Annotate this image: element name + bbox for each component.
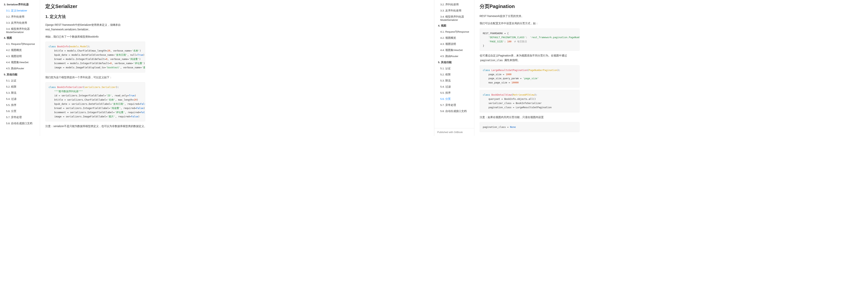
nav-item[interactable]: 3.4. 模型类序列化器ModelSerializer	[0, 26, 40, 35]
paragraph: 注意：serializer不是只能为数据库模型类定义，也可以为非数据库模型类的数…	[45, 124, 145, 129]
paragraph: Django REST framework中的Serializer使用类来定义，…	[45, 23, 145, 32]
nav-item[interactable]: 4.2. 视图概览	[434, 35, 474, 41]
nav-item[interactable]: 5.2. 权限	[0, 84, 40, 90]
inline-code: pagination_clas	[479, 59, 503, 62]
nav-item[interactable]: 3.1. 定义Serializer	[0, 8, 40, 14]
nav-item[interactable]: 5.5. 排序	[434, 90, 474, 96]
right-sidebar: 3.2. 序列化使用3.3. 反序列化使用3.4. 模型类序列化器ModelSe…	[434, 0, 474, 128]
gitbook-footer[interactable]: Published with GitBook	[434, 128, 474, 136]
nav-item[interactable]: 4.3. 视图说明	[0, 53, 40, 59]
nav-item[interactable]: 5.8. 自动生成接口文档	[434, 108, 474, 114]
nav-item[interactable]: 5.1. 认证	[434, 65, 474, 72]
nav-item[interactable]: 5.1. 认证	[0, 78, 40, 84]
code-block-paginationnone: pagination_class = None	[479, 122, 580, 132]
nav-item[interactable]: 5.8. 自动生成接口文档	[0, 120, 40, 127]
nav-item[interactable]: 3.3. 反序列化使用	[0, 20, 40, 26]
code-block-bookdetailview: class BookDetailView(RetrieveAPIView): q…	[479, 90, 580, 112]
code-block-restframework: REST_FRAMEWORK = { 'DEFAULT_PAGINATION_C…	[479, 28, 580, 51]
nav-item[interactable]: 3.2. 序列化使用	[0, 14, 40, 20]
nav-item[interactable]: 5.2. 权限	[434, 72, 474, 78]
section-heading: 1. 定义方法	[45, 14, 145, 19]
nav-item[interactable]: 5.3. 限流	[434, 78, 474, 84]
nav-item[interactable]: 4. 视图	[0, 35, 40, 41]
paragraph: REST framework提供了分页的支持。	[479, 14, 580, 19]
paragraph: 注意：如果在视图内关闭分页功能，只需在视图内设置	[479, 115, 580, 120]
left-sidebar: 3. Serializer序列化器3.1. 定义Serializer3.2. 序…	[0, 0, 40, 136]
nav-item[interactable]: 4.2. 视图概览	[0, 47, 40, 53]
nav-item[interactable]: 5.7. 异常处理	[434, 102, 474, 108]
code-block-bookinfo: class BookInfo(models.Model): btitle = m…	[45, 42, 145, 72]
paragraph: 例如，我们已有了一个数据库模型类BookInfo	[45, 34, 145, 39]
nav-item[interactable]: 3. Serializer序列化器	[0, 2, 40, 8]
paragraph: 我们想为这个模型类提供一个序列化器，可以定义如下：	[45, 75, 145, 80]
page-title: 分页Pagination	[479, 3, 580, 10]
code-block-largepagination: class LargeResultsSetPagination(PageNumb…	[479, 65, 580, 88]
nav-item[interactable]: 3.3. 反序列化使用	[434, 8, 474, 14]
nav-item[interactable]: 4. 视图	[434, 23, 474, 29]
paragraph: 也可通过自定义Pagination类，来为视图添加不同分页行为。在视图中通过 p…	[479, 53, 580, 63]
code-block-serializer: class BookInfoSerializer(serializers.Ser…	[45, 82, 145, 121]
page-title: 定义Serializer	[45, 3, 145, 10]
nav-item[interactable]: 4.1. Request与Response	[0, 41, 40, 47]
nav-item[interactable]: 5.6. 分页	[0, 108, 40, 114]
nav-item[interactable]: 5.3. 限流	[0, 90, 40, 96]
nav-item[interactable]: 5.7. 异常处理	[0, 114, 40, 120]
nav-item[interactable]: 5.6. 分页	[434, 96, 474, 102]
nav-item[interactable]: 4.4. 视图集ViewSet	[0, 59, 40, 65]
nav-item[interactable]: 5.4. 过滤	[0, 96, 40, 102]
nav-item[interactable]: 4.5. 路由Router	[0, 65, 40, 72]
left-content: 定义Serializer 1. 定义方法 Django REST framewo…	[40, 0, 151, 136]
nav-item[interactable]: 5. 其他功能	[434, 59, 474, 65]
right-content: 分页Pagination REST framework提供了分页的支持。 我们可…	[474, 0, 585, 136]
paragraph: 我们可以在配置文件中设置全局的分页方式，如：	[479, 21, 580, 26]
nav-item[interactable]: 5.4. 过滤	[434, 84, 474, 90]
nav-item[interactable]: 4.1. Request与Response	[434, 29, 474, 35]
nav-item[interactable]: 4.4. 视图集ViewSet	[434, 47, 474, 53]
nav-item[interactable]: 3.2. 序列化使用	[434, 2, 474, 8]
nav-item[interactable]: 4.3. 视图说明	[434, 41, 474, 47]
nav-item[interactable]: 4.5. 路由Router	[434, 53, 474, 59]
nav-item[interactable]: 5.5. 排序	[0, 102, 40, 108]
nav-item[interactable]: 3.4. 模型类序列化器ModelSerializer	[434, 14, 474, 23]
nav-item[interactable]: 5. 其他功能	[0, 72, 40, 78]
